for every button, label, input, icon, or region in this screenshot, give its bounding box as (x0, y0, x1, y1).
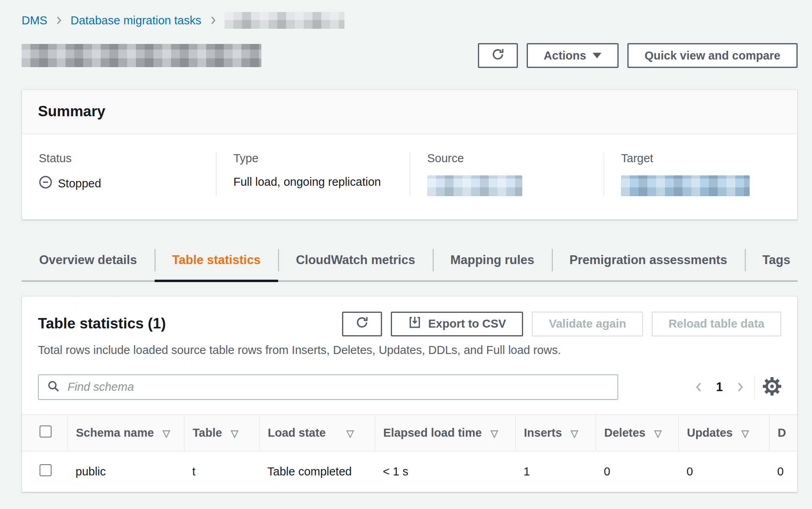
reload-table-data-button[interactable]: Reload table data (652, 312, 781, 336)
row-checkbox[interactable] (40, 464, 52, 476)
search-input[interactable] (67, 380, 609, 394)
summary-card: Summary Status Stopped Type Full load, (22, 89, 798, 220)
target-link-redacted[interactable] (621, 175, 750, 196)
summary-field-status: Status Stopped (22, 152, 216, 196)
sort-icon[interactable]: ▽ (231, 428, 238, 439)
export-to-csv-button[interactable]: Export to CSV (391, 312, 523, 336)
source-link-redacted[interactable] (427, 175, 522, 196)
column-header-truncated: D (769, 415, 797, 451)
column-header-elapsed-load-time: Elapsed load time ▽ (375, 415, 515, 451)
cell-schema-name: public (68, 451, 184, 492)
summary-card-header: Summary (22, 90, 797, 134)
sort-icon[interactable]: ▽ (491, 428, 498, 439)
breadcrumb-link-dms[interactable]: DMS (22, 14, 47, 27)
type-value: Full load, ongoing replication (233, 175, 393, 189)
sort-icon[interactable]: ▽ (163, 428, 170, 439)
pagination: 1 (693, 380, 746, 394)
search-icon (47, 380, 60, 395)
page-header: Actions Quick view and compare (22, 43, 798, 68)
column-header-schema-name: Schema name ▽ (68, 415, 184, 451)
table-statistics-table: Schema name ▽ Table ▽ Load state ▽ Elaps… (22, 414, 797, 492)
summary-field-type: Type Full load, ongoing replication (216, 152, 410, 196)
table-header-row: Schema name ▽ Table ▽ Load state ▽ Elaps… (22, 415, 797, 451)
schema-search (38, 374, 618, 400)
chevron-right-icon (208, 15, 218, 26)
caret-down-icon (593, 53, 601, 58)
tab-premigration-assessments[interactable]: Premigration assessments (552, 247, 745, 273)
select-all-checkbox[interactable] (40, 425, 52, 437)
column-header-table: Table ▽ (184, 415, 259, 451)
page-title-redacted (22, 44, 261, 67)
table-statistics-actions: Export to CSV Validate again Reload tabl… (342, 312, 781, 336)
type-label: Type (233, 152, 393, 165)
column-header-inserts: Inserts ▽ (515, 415, 596, 451)
refresh-icon (491, 47, 505, 64)
table-toolbar: 1 (38, 374, 781, 400)
table-statistics-title: Table statistics (1) (38, 316, 166, 332)
refresh-button[interactable] (478, 43, 518, 68)
breadcrumb-task-name-redacted (225, 12, 344, 29)
previous-page-button[interactable] (693, 381, 705, 393)
table-statistics-description: Total rows include loaded source table r… (38, 344, 781, 357)
actions-button-label: Actions (544, 49, 586, 62)
gear-icon (763, 377, 781, 397)
next-page-button[interactable] (734, 381, 746, 393)
settings-gear-button[interactable] (763, 377, 781, 397)
validate-again-button[interactable]: Validate again (532, 312, 643, 336)
tab-mapping-rules[interactable]: Mapping rules (433, 247, 552, 273)
tab-table-statistics[interactable]: Table statistics (155, 247, 279, 273)
chevron-right-icon (54, 15, 64, 26)
column-header-load-state: Load state ▽ (259, 415, 375, 451)
target-value (621, 175, 780, 196)
sort-icon[interactable]: ▽ (741, 428, 748, 439)
cell-table: t (184, 451, 259, 492)
reload-table-data-label: Reload table data (669, 317, 764, 330)
source-value (427, 175, 587, 196)
cell-deletes: 0 (596, 451, 679, 492)
breadcrumb: DMS Database migration tasks (22, 12, 798, 29)
cell-elapsed-load-time: < 1 s (375, 451, 515, 492)
target-label: Target (621, 152, 780, 165)
tab-cloudwatch-metrics[interactable]: CloudWatch metrics (278, 247, 433, 273)
summary-title: Summary (38, 103, 781, 120)
status-label: Status (39, 152, 199, 165)
current-page-number[interactable]: 1 (716, 380, 723, 394)
tabs-divider (22, 280, 798, 282)
status-value: Stopped (39, 175, 199, 192)
summary-grid: Status Stopped Type Full load, ongoing r… (22, 134, 797, 219)
quick-view-compare-button[interactable]: Quick view and compare (627, 43, 798, 68)
refresh-icon (355, 315, 369, 332)
table-refresh-button[interactable] (342, 312, 382, 336)
toolbar-divider (754, 376, 755, 399)
column-header-deletes: Deletes ▽ (596, 415, 679, 451)
task-detail-tabs: Overview details Table statistics CloudW… (22, 247, 798, 282)
sort-icon[interactable]: ▽ (654, 428, 661, 439)
quick-view-compare-label: Quick view and compare (645, 49, 780, 62)
summary-field-source: Source (410, 152, 603, 196)
breadcrumb-link-tasks[interactable]: Database migration tasks (70, 14, 201, 27)
stopped-icon (39, 175, 52, 192)
dms-task-page: DMS Database migration tasks Actions (0, 0, 812, 509)
download-icon (408, 316, 422, 332)
sort-icon[interactable]: ▽ (571, 428, 578, 439)
table-statistics-card: Table statistics (1) (22, 296, 798, 492)
cell-updates: 0 (679, 451, 769, 492)
tab-overview-details[interactable]: Overview details (22, 247, 155, 273)
cell-load-state: Table completed (259, 451, 375, 492)
cell-inserts: 1 (515, 451, 596, 492)
tab-tags[interactable]: Tags (745, 247, 808, 273)
header-actions: Actions Quick view and compare (478, 43, 798, 68)
export-to-csv-label: Export to CSV (428, 317, 506, 330)
status-text: Stopped (58, 177, 101, 190)
sort-icon[interactable]: ▽ (346, 428, 354, 439)
cell-truncated: 0 (769, 451, 797, 492)
validate-again-label: Validate again (549, 317, 626, 330)
column-header-updates: Updates ▽ (679, 415, 769, 451)
actions-button[interactable]: Actions (527, 43, 619, 68)
table-row: public t Table completed < 1 s 1 0 0 0 (22, 451, 797, 492)
source-label: Source (427, 152, 587, 165)
summary-field-target: Target (603, 152, 797, 196)
